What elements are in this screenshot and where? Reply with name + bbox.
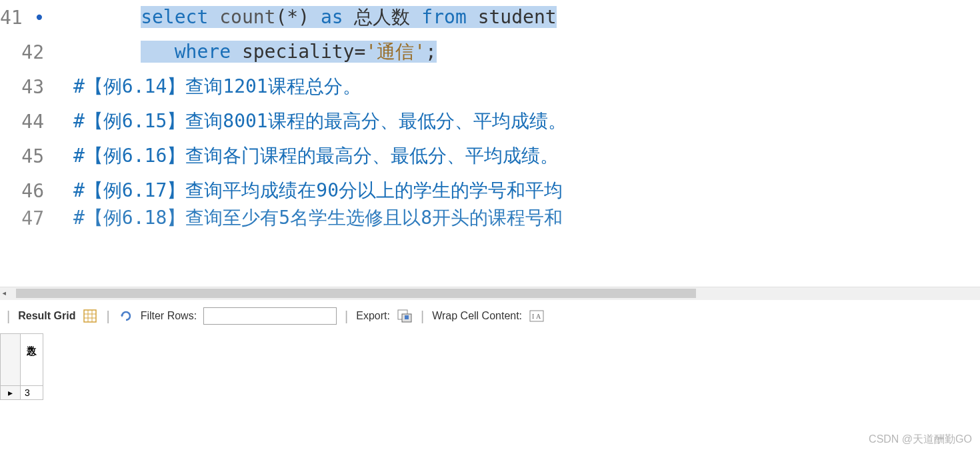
horizontal-scrollbar[interactable]: ◂ — [0, 287, 980, 300]
code-line-43[interactable]: 43 #【例6.14】查询1201课程总分。 — [0, 69, 980, 104]
result-toolbar: | Result Grid | Filter Rows: | Export: |… — [0, 300, 980, 332]
svg-marker-5 — [121, 315, 123, 317]
column-name: speciality — [242, 41, 355, 63]
scrollbar-thumb[interactable] — [16, 289, 696, 298]
line-number: 47 — [0, 208, 60, 228]
table-header-row: 总人数 — [1, 334, 43, 386]
export-icon[interactable] — [397, 308, 413, 324]
table-name: student — [478, 6, 557, 28]
semicolon: ; — [425, 41, 437, 63]
line-number: 41 — [0, 7, 60, 29]
table-row[interactable]: ▸ 3 — [1, 386, 43, 400]
line-number: 43 — [0, 76, 60, 98]
column-header[interactable]: 总人数 — [21, 334, 43, 386]
equals: = — [354, 41, 365, 63]
column-header-text: 总人数 — [25, 335, 39, 382]
svg-rect-8 — [405, 315, 409, 319]
corner-cell — [1, 334, 21, 386]
refresh-icon[interactable] — [118, 308, 134, 324]
grid-icon[interactable] — [82, 308, 98, 324]
separator: | — [421, 309, 424, 324]
separator: | — [345, 309, 348, 324]
wrap-cell-label: Wrap Cell Content: — [432, 310, 522, 322]
comment[interactable]: #【例6.16】查询各门课程的最高分、最低分、平均成绩。 — [60, 143, 559, 169]
comment[interactable]: #【例6.14】查询1201课程总分。 — [60, 74, 361, 99]
filter-rows-label: Filter Rows: — [141, 310, 197, 322]
line-number: 46 — [0, 180, 60, 202]
watermark: CSDN @天道酬勤GO — [869, 433, 972, 447]
line-number: 44 — [0, 111, 60, 133]
code-line-45[interactable]: 45 #【例6.16】查询各门课程的最高分、最低分、平均成绩。 — [0, 139, 980, 173]
result-grid-table[interactable]: 总人数 ▸ 3 — [0, 333, 43, 400]
line-number: 42 — [0, 41, 60, 63]
wrap-cell-icon[interactable]: IA — [529, 308, 545, 324]
filter-rows-input[interactable] — [203, 307, 337, 325]
comment[interactable]: #【例6.15】查询8001课程的最高分、最低分、平均成绩。 — [60, 109, 567, 134]
line-number: 45 — [0, 145, 60, 167]
code-line-47[interactable]: 47 #【例6.18】查询至少有5名学生选修且以8开头的课程号和 — [0, 208, 980, 228]
code-editor[interactable]: 41 select count(*) as 总人数 from student 4… — [0, 0, 980, 287]
comment[interactable]: #【例6.18】查询至少有5名学生选修且以8开头的课程号和 — [60, 208, 563, 228]
keyword-where: where — [175, 41, 231, 63]
comment[interactable]: #【例6.17】查询平均成绩在90分以上的学生的学号和平均 — [60, 178, 563, 203]
svg-text:I: I — [532, 313, 534, 320]
scroll-left-icon[interactable]: ◂ — [1, 287, 7, 299]
code-line-44[interactable]: 44 #【例6.15】查询8001课程的最高分、最低分、平均成绩。 — [0, 104, 980, 139]
svg-rect-0 — [84, 310, 96, 322]
code-line-46[interactable]: 46 #【例6.17】查询平均成绩在90分以上的学生的学号和平均 — [0, 173, 980, 208]
cell-value[interactable]: 3 — [21, 386, 43, 400]
svg-text:A: A — [536, 313, 541, 320]
export-label: Export: — [356, 310, 390, 322]
string-literal: '通信' — [365, 41, 425, 63]
separator: | — [7, 309, 10, 324]
separator: | — [106, 309, 109, 324]
row-indicator[interactable]: ▸ — [1, 386, 21, 400]
result-grid-label: Result Grid — [18, 310, 75, 322]
